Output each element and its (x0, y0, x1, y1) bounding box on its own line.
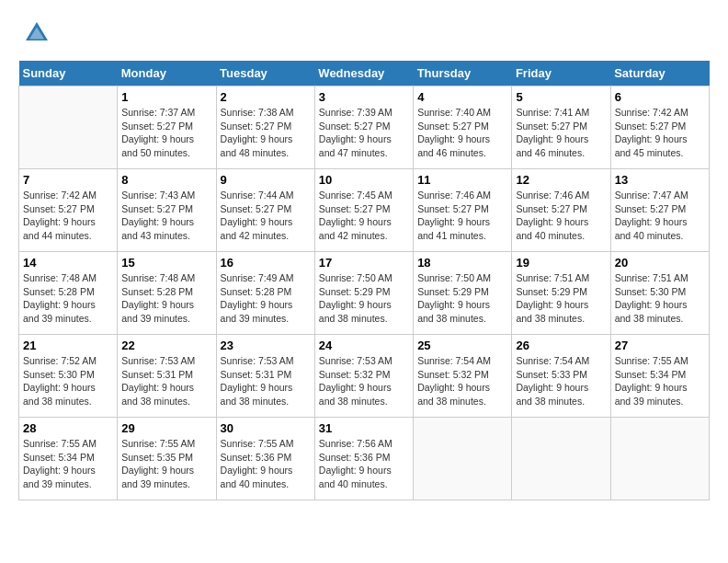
day-number: 22 (121, 339, 211, 352)
day-info: Sunrise: 7:37 AM Sunset: 5:27 PM Dayligh… (121, 106, 211, 160)
day-info: Sunrise: 7:42 AM Sunset: 5:27 PM Dayligh… (615, 106, 705, 160)
day-cell: 21Sunrise: 7:52 AM Sunset: 5:30 PM Dayli… (19, 335, 118, 418)
day-info: Sunrise: 7:51 AM Sunset: 5:29 PM Dayligh… (516, 271, 606, 326)
day-cell: 24Sunrise: 7:53 AM Sunset: 5:32 PM Dayli… (314, 335, 413, 418)
day-number: 18 (417, 256, 507, 270)
col-header-thursday: Thursday (414, 61, 512, 86)
day-cell: 22Sunrise: 7:53 AM Sunset: 5:31 PM Dayli… (118, 335, 216, 418)
col-header-wednesday: Wednesday (314, 61, 413, 86)
day-number: 21 (23, 339, 113, 352)
day-info: Sunrise: 7:50 AM Sunset: 5:29 PM Dayligh… (417, 271, 507, 326)
day-number: 27 (615, 339, 705, 352)
day-cell: 17Sunrise: 7:50 AM Sunset: 5:29 PM Dayli… (314, 252, 413, 335)
day-info: Sunrise: 7:52 AM Sunset: 5:30 PM Dayligh… (23, 354, 113, 408)
day-number: 9 (221, 173, 311, 187)
day-info: Sunrise: 7:46 AM Sunset: 5:27 PM Dayligh… (417, 189, 507, 243)
day-info: Sunrise: 7:53 AM Sunset: 5:32 PM Dayligh… (319, 354, 409, 408)
day-cell: 27Sunrise: 7:55 AM Sunset: 5:34 PM Dayli… (610, 335, 709, 418)
day-info: Sunrise: 7:47 AM Sunset: 5:27 PM Dayligh… (615, 189, 705, 243)
day-info: Sunrise: 7:45 AM Sunset: 5:27 PM Dayligh… (319, 189, 409, 243)
day-info: Sunrise: 7:40 AM Sunset: 5:27 PM Dayligh… (417, 106, 507, 160)
day-info: Sunrise: 7:51 AM Sunset: 5:30 PM Dayligh… (615, 271, 705, 326)
day-number: 30 (221, 421, 311, 435)
day-number: 1 (121, 90, 211, 104)
day-info: Sunrise: 7:43 AM Sunset: 5:27 PM Dayligh… (121, 189, 211, 243)
day-cell: 1Sunrise: 7:37 AM Sunset: 5:27 PM Daylig… (118, 86, 216, 169)
day-info: Sunrise: 7:55 AM Sunset: 5:35 PM Dayligh… (121, 437, 211, 491)
day-number: 23 (221, 339, 311, 352)
day-info: Sunrise: 7:56 AM Sunset: 5:36 PM Dayligh… (319, 437, 409, 491)
day-number: 31 (319, 421, 409, 435)
day-cell (414, 418, 512, 500)
day-info: Sunrise: 7:55 AM Sunset: 5:34 PM Dayligh… (23, 437, 113, 491)
day-info: Sunrise: 7:39 AM Sunset: 5:27 PM Dayligh… (319, 106, 409, 160)
day-info: Sunrise: 7:50 AM Sunset: 5:29 PM Dayligh… (319, 271, 409, 326)
day-number: 3 (319, 90, 409, 104)
calendar-table: SundayMondayTuesdayWednesdayThursdayFrid… (18, 61, 710, 500)
col-header-tuesday: Tuesday (216, 61, 314, 86)
day-info: Sunrise: 7:55 AM Sunset: 5:36 PM Dayligh… (221, 437, 311, 491)
day-info: Sunrise: 7:55 AM Sunset: 5:34 PM Dayligh… (615, 354, 705, 408)
day-info: Sunrise: 7:54 AM Sunset: 5:33 PM Dayligh… (516, 354, 606, 408)
day-info: Sunrise: 7:48 AM Sunset: 5:28 PM Dayligh… (121, 271, 211, 326)
day-number: 28 (23, 421, 113, 435)
day-cell: 18Sunrise: 7:50 AM Sunset: 5:29 PM Dayli… (414, 252, 512, 335)
week-row-2: 7Sunrise: 7:42 AM Sunset: 5:27 PM Daylig… (19, 169, 710, 252)
week-row-5: 28Sunrise: 7:55 AM Sunset: 5:34 PM Dayli… (19, 418, 710, 500)
day-cell: 14Sunrise: 7:48 AM Sunset: 5:28 PM Dayli… (19, 252, 118, 335)
day-info: Sunrise: 7:44 AM Sunset: 5:27 PM Dayligh… (221, 189, 311, 243)
logo-icon (22, 18, 51, 48)
day-cell (19, 86, 118, 169)
day-cell: 7Sunrise: 7:42 AM Sunset: 5:27 PM Daylig… (19, 169, 118, 252)
day-cell: 26Sunrise: 7:54 AM Sunset: 5:33 PM Dayli… (512, 335, 610, 418)
week-row-3: 14Sunrise: 7:48 AM Sunset: 5:28 PM Dayli… (19, 252, 710, 335)
day-cell: 13Sunrise: 7:47 AM Sunset: 5:27 PM Dayli… (610, 169, 709, 252)
day-info: Sunrise: 7:53 AM Sunset: 5:31 PM Dayligh… (221, 354, 311, 408)
day-number: 7 (23, 173, 113, 187)
calendar-body: 1Sunrise: 7:37 AM Sunset: 5:27 PM Daylig… (19, 86, 710, 500)
day-cell: 3Sunrise: 7:39 AM Sunset: 5:27 PM Daylig… (314, 86, 413, 169)
day-info: Sunrise: 7:46 AM Sunset: 5:27 PM Dayligh… (516, 189, 606, 243)
day-number: 29 (121, 421, 211, 435)
day-number: 5 (516, 90, 606, 104)
day-cell: 16Sunrise: 7:49 AM Sunset: 5:28 PM Dayli… (216, 252, 314, 335)
day-info: Sunrise: 7:48 AM Sunset: 5:28 PM Dayligh… (23, 271, 113, 326)
day-cell: 28Sunrise: 7:55 AM Sunset: 5:34 PM Dayli… (19, 418, 118, 500)
day-number: 12 (516, 173, 606, 187)
day-info: Sunrise: 7:42 AM Sunset: 5:27 PM Dayligh… (23, 189, 113, 243)
day-cell: 30Sunrise: 7:55 AM Sunset: 5:36 PM Dayli… (216, 418, 314, 500)
day-cell: 15Sunrise: 7:48 AM Sunset: 5:28 PM Dayli… (118, 252, 216, 335)
week-row-1: 1Sunrise: 7:37 AM Sunset: 5:27 PM Daylig… (19, 86, 710, 169)
day-cell (512, 418, 610, 500)
col-header-friday: Friday (512, 61, 610, 86)
day-cell: 2Sunrise: 7:38 AM Sunset: 5:27 PM Daylig… (216, 86, 314, 169)
day-cell: 12Sunrise: 7:46 AM Sunset: 5:27 PM Dayli… (512, 169, 610, 252)
col-header-saturday: Saturday (610, 61, 709, 86)
day-cell: 25Sunrise: 7:54 AM Sunset: 5:32 PM Dayli… (414, 335, 512, 418)
calendar-header: SundayMondayTuesdayWednesdayThursdayFrid… (19, 61, 710, 86)
day-info: Sunrise: 7:53 AM Sunset: 5:31 PM Dayligh… (121, 354, 211, 408)
page-header (18, 18, 710, 52)
day-cell: 23Sunrise: 7:53 AM Sunset: 5:31 PM Dayli… (216, 335, 314, 418)
day-number: 15 (121, 256, 211, 270)
week-row-4: 21Sunrise: 7:52 AM Sunset: 5:30 PM Dayli… (19, 335, 710, 418)
day-cell: 8Sunrise: 7:43 AM Sunset: 5:27 PM Daylig… (118, 169, 216, 252)
logo (18, 18, 51, 52)
day-cell: 29Sunrise: 7:55 AM Sunset: 5:35 PM Dayli… (118, 418, 216, 500)
day-number: 16 (221, 256, 311, 270)
day-number: 2 (221, 90, 311, 104)
day-info: Sunrise: 7:38 AM Sunset: 5:27 PM Dayligh… (221, 106, 311, 160)
day-cell: 9Sunrise: 7:44 AM Sunset: 5:27 PM Daylig… (216, 169, 314, 252)
day-info: Sunrise: 7:49 AM Sunset: 5:28 PM Dayligh… (221, 271, 311, 326)
day-cell: 20Sunrise: 7:51 AM Sunset: 5:30 PM Dayli… (610, 252, 709, 335)
day-number: 25 (417, 339, 507, 352)
day-cell: 11Sunrise: 7:46 AM Sunset: 5:27 PM Dayli… (414, 169, 512, 252)
day-cell: 5Sunrise: 7:41 AM Sunset: 5:27 PM Daylig… (512, 86, 610, 169)
col-header-monday: Monday (118, 61, 216, 86)
day-cell: 4Sunrise: 7:40 AM Sunset: 5:27 PM Daylig… (414, 86, 512, 169)
day-number: 14 (23, 256, 113, 270)
day-number: 11 (417, 173, 507, 187)
day-cell: 19Sunrise: 7:51 AM Sunset: 5:29 PM Dayli… (512, 252, 610, 335)
day-number: 6 (615, 90, 705, 104)
col-header-sunday: Sunday (19, 61, 118, 86)
